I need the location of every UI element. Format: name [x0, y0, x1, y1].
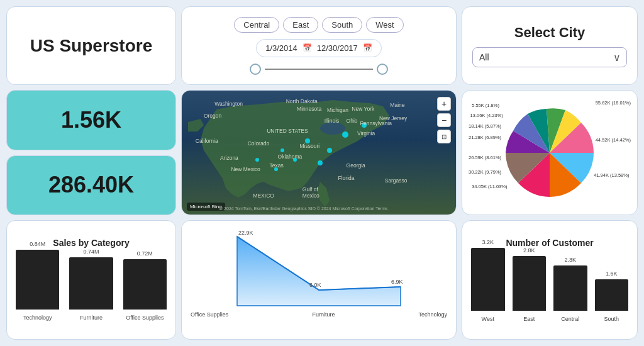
bar-value: 0.74M [83, 248, 99, 255]
customer-bar-group-south: 1.6K South [595, 271, 629, 322]
title-card: US Superstore [6, 6, 176, 85]
bar-label: Office Supplies [126, 315, 164, 321]
area-label-1: Office Supplies [191, 311, 228, 318]
svg-point-6 [255, 158, 259, 162]
date-range-selector[interactable]: 1/3/2014 📅 12/30/2017 📅 [256, 39, 382, 57]
bar-rect [123, 259, 167, 310]
customer-bar-label: West [482, 316, 494, 322]
bar-group-technology: 0.84M Technology [16, 241, 59, 321]
area-label-2: Furniture [312, 311, 335, 318]
customer-bar-label: East [523, 316, 535, 322]
svg-text:22.9K: 22.9K [238, 230, 253, 236]
pie-label-6: 30.22K (9.79%) [469, 169, 501, 175]
svg-text:6.9K: 6.9K [391, 279, 403, 285]
customer-bar-rect [513, 256, 547, 311]
customer-bar-rect [595, 279, 629, 311]
slider-track [265, 69, 373, 70]
region-btn-west[interactable]: West [366, 17, 403, 33]
area-chart-svg: 22.9K 6.0K 6.9K [191, 227, 447, 309]
area-label-3: Technology [418, 311, 447, 318]
city-select[interactable]: All [472, 47, 627, 67]
pie-label-1: 5.55K (1.8%) [472, 103, 499, 108]
filter-card: CentralEastSouthWest 1/3/2014 📅 12/30/20… [181, 6, 457, 85]
city-filter-card: Select City All [462, 6, 638, 85]
svg-text:6.0K: 6.0K [309, 282, 321, 288]
date-start: 1/3/2014 [265, 43, 297, 53]
customer-bar-group-east: 2.8K East [513, 247, 547, 322]
bar-rect [69, 257, 113, 310]
map-svg [182, 91, 456, 215]
customer-chart-card: Number of Customer 3.2K West 2.8K East 2… [462, 220, 638, 340]
bar-label: Furniture [80, 315, 103, 321]
sales-by-category-card: Sales by Category 0.84M Technology 0.74M… [6, 220, 176, 340]
region-btn-central[interactable]: Central [234, 17, 279, 33]
svg-point-7 [274, 167, 278, 171]
svg-point-4 [362, 123, 367, 128]
calendar-icon-start: 📅 [303, 43, 312, 52]
region-btn-east[interactable]: East [283, 17, 318, 33]
map-card: Washington Oregon California Arizona New… [181, 90, 457, 215]
region-btn-south[interactable]: South [322, 17, 362, 33]
slider-handle-left[interactable] [250, 64, 261, 75]
customer-bar-chart: 3.2K West 2.8K East 2.3K Central 1.6K So… [471, 253, 628, 322]
region-filter-group: CentralEastSouthWest [234, 17, 403, 33]
city-select-wrapper: All [472, 47, 627, 67]
map-layers-button[interactable]: ⊡ [437, 130, 451, 143]
bar-group-furniture: 0.74M Furniture [69, 248, 113, 321]
sales-metric-card: 286.40K [6, 155, 176, 216]
bar-label: Technology [23, 315, 52, 321]
pie-label-3: 18.14K (5.87%) [469, 123, 501, 129]
customer-bar-group-central: 2.3K Central [553, 257, 587, 322]
svg-point-8 [280, 148, 284, 152]
customer-bar-value: 2.3K [564, 257, 576, 263]
map-zoom-out-button[interactable]: − [437, 113, 451, 127]
pie-label-4: 21.28K (6.89%) [469, 135, 501, 140]
date-end: 12/30/2017 [317, 43, 358, 53]
svg-point-2 [327, 148, 332, 153]
bar-value: 0.84M [30, 241, 45, 247]
pie-label-8: 55.62K (18.01%) [596, 100, 631, 106]
bar-group-office-supplies: 0.72M Office Supplies [123, 250, 167, 321]
pie-chart-card: 5.55K (1.8%) 13.06K (4.23%) 18.14K (5.87… [462, 90, 638, 215]
customer-bar-label: Central [561, 316, 579, 322]
area-chart-labels: Office Supplies Furniture Technology [191, 311, 447, 318]
pie-chart-svg [499, 103, 600, 203]
bar-rect [16, 250, 59, 310]
calendar-icon-end: 📅 [363, 43, 372, 52]
svg-point-0 [320, 122, 345, 135]
svg-point-5 [318, 160, 323, 165]
area-chart-card: 22.9K 6.0K 6.9K Office Supplies Furnitur… [181, 220, 457, 340]
customer-bar-rect [471, 248, 505, 311]
svg-point-9 [293, 158, 297, 162]
customer-bar-rect [553, 265, 587, 311]
app-title: US Superstore [30, 36, 153, 56]
orders-metric-card: 1.56K [6, 90, 176, 150]
map-copyright: © 2024 TomTom, Esri/Earthstar Geographic… [219, 206, 387, 211]
map-background: Washington Oregon California Arizona New… [182, 91, 456, 215]
customer-bar-label: South [604, 316, 619, 322]
customer-bar-value: 2.8K [523, 247, 535, 254]
customer-bar-group-west: 3.2K West [471, 239, 505, 322]
date-slider[interactable] [250, 64, 388, 75]
metrics-column: 1.56K 286.40K [6, 90, 176, 215]
pie-label-9: 44.52K (14.42%) [596, 137, 631, 143]
svg-point-1 [342, 131, 348, 138]
orders-value: 1.56K [61, 107, 121, 133]
svg-point-3 [305, 138, 310, 143]
customer-bar-value: 1.6K [606, 271, 618, 277]
sales-category-chart: 0.84M Technology 0.74M Furniture 0.72M O… [16, 253, 167, 322]
slider-handle-right[interactable] [377, 64, 388, 75]
pie-chart-container: 5.55K (1.8%) 13.06K (4.23%) 18.14K (5.87… [469, 97, 631, 208]
pie-label-2: 13.06K (4.23%) [470, 113, 503, 118]
map-zoom-in-button[interactable]: + [437, 97, 451, 111]
customer-bar-value: 3.2K [482, 239, 494, 245]
sales-value: 286.40K [48, 172, 134, 198]
bar-value: 0.72M [137, 250, 153, 257]
city-filter-title: Select City [472, 25, 627, 41]
pie-label-5: 26.59K (8.61%) [469, 155, 501, 160]
